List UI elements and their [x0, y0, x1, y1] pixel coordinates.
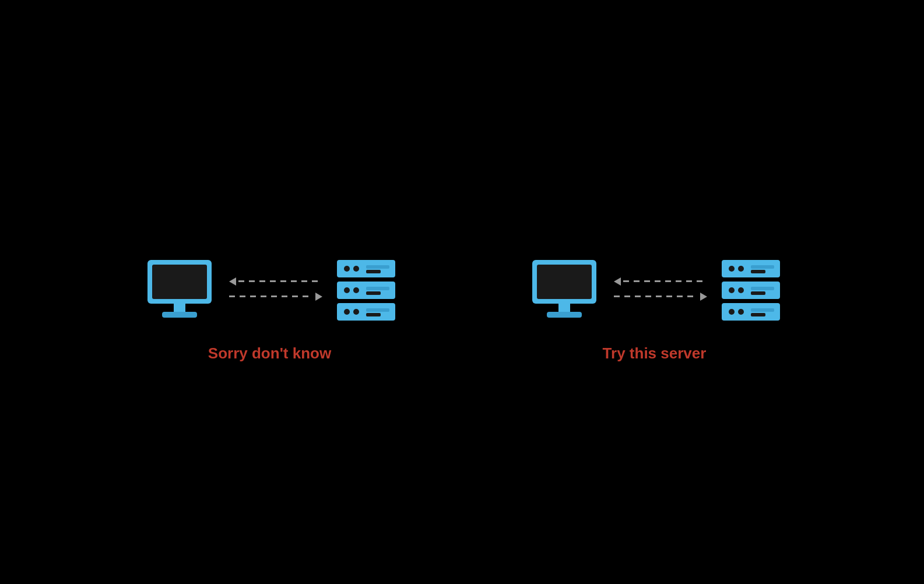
arrow-request-right — [614, 293, 707, 301]
svg-rect-18 — [366, 313, 381, 316]
svg-rect-20 — [537, 265, 592, 299]
svg-point-11 — [353, 287, 359, 293]
arrows-left — [229, 277, 322, 301]
arrowhead-right-icon — [315, 293, 322, 301]
svg-point-34 — [729, 309, 735, 315]
svg-rect-32 — [751, 291, 765, 295]
svg-rect-2 — [174, 304, 185, 312]
svg-point-35 — [738, 309, 744, 315]
svg-rect-31 — [751, 287, 774, 290]
arrowhead-right-icon-r — [700, 293, 707, 301]
caption-left: Sorry don't know — [208, 344, 331, 363]
svg-rect-13 — [366, 291, 381, 295]
svg-rect-36 — [751, 308, 774, 312]
diagram-right: Try this server — [526, 257, 783, 363]
svg-point-29 — [729, 287, 735, 293]
svg-rect-22 — [547, 312, 582, 318]
svg-rect-8 — [366, 270, 381, 273]
dashed-line-right-top — [623, 280, 707, 282]
svg-point-30 — [738, 287, 744, 293]
diagram-left-row — [142, 257, 398, 321]
computer-icon-left — [142, 257, 217, 321]
svg-rect-21 — [558, 304, 570, 312]
svg-point-10 — [344, 287, 350, 293]
arrows-right — [614, 277, 707, 301]
svg-rect-1 — [152, 265, 207, 299]
svg-rect-7 — [366, 265, 389, 269]
caption-right: Try this server — [603, 344, 707, 363]
svg-rect-12 — [366, 287, 389, 290]
arrowhead-left-icon-r — [614, 277, 621, 286]
svg-point-5 — [344, 266, 350, 272]
arrowhead-left-icon — [229, 277, 236, 286]
server-icon-left — [334, 257, 398, 321]
svg-rect-3 — [162, 312, 197, 318]
dashed-line-left-bottom — [229, 295, 313, 297]
arrow-request-left — [229, 293, 322, 301]
svg-point-15 — [344, 309, 350, 315]
svg-point-24 — [729, 266, 735, 272]
svg-rect-27 — [751, 270, 765, 273]
dashed-line-left-top — [238, 280, 322, 282]
dashed-line-right-bottom — [614, 295, 698, 297]
diagram-right-row — [526, 257, 783, 321]
svg-rect-37 — [751, 313, 765, 316]
diagram-left: Sorry don't know — [142, 257, 398, 363]
arrow-response-left — [229, 277, 322, 286]
main-scene: Sorry don't know — [142, 257, 783, 363]
arrow-response-right — [614, 277, 707, 286]
svg-rect-17 — [366, 308, 389, 312]
svg-rect-26 — [751, 265, 774, 269]
svg-point-25 — [738, 266, 744, 272]
server-icon-right — [719, 257, 783, 321]
computer-icon-right — [526, 257, 602, 321]
svg-point-6 — [353, 266, 359, 272]
svg-point-16 — [353, 309, 359, 315]
